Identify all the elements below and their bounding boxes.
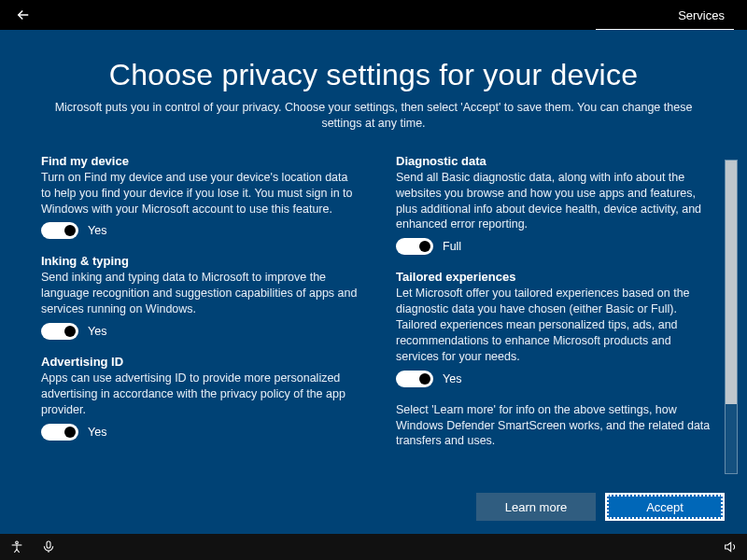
- setting-description: Apps can use advertising ID to provide m…: [41, 371, 359, 418]
- setting-tailored-experiences: Tailored experiences Let Microsoft offer…: [396, 270, 713, 386]
- toggle-label: Yes: [88, 224, 106, 237]
- settings-columns: Find my device Turn on Find my device an…: [41, 154, 725, 480]
- svg-rect-1: [47, 541, 50, 548]
- toggle-advertising-id[interactable]: [41, 424, 78, 441]
- setting-title: Find my device: [41, 154, 359, 168]
- tab-services[interactable]: Services: [669, 0, 734, 30]
- volume-button[interactable]: [723, 539, 738, 554]
- toggle-row: Full: [396, 238, 713, 255]
- toggle-knob-icon: [64, 225, 76, 236]
- toggle-label: Yes: [88, 426, 106, 439]
- toggle-row: Yes: [41, 222, 359, 239]
- settings-learn-more-note: Select 'Learn more' for info on the abov…: [396, 402, 713, 450]
- setting-title: Inking & typing: [41, 254, 359, 268]
- input-button[interactable]: [41, 539, 56, 554]
- content-area: Choose privacy settings for your device …: [0, 30, 747, 534]
- setting-inking-typing: Inking & typing Send inking and typing d…: [41, 254, 359, 340]
- scrollbar-track: [725, 160, 738, 474]
- svg-point-0: [16, 541, 19, 544]
- toggle-row: Yes: [41, 323, 359, 340]
- toggle-knob-icon: [64, 326, 76, 337]
- microphone-icon: [41, 539, 56, 554]
- setting-advertising-id: Advertising ID Apps can use advertising …: [41, 355, 359, 441]
- setting-find-my-device: Find my device Turn on Find my device an…: [41, 154, 359, 240]
- settings-column-right: Diagnostic data Send all Basic diagnosti…: [396, 154, 713, 480]
- settings-column-left: Find my device Turn on Find my device an…: [41, 154, 359, 480]
- oobe-taskbar: [0, 534, 747, 560]
- arrow-left-icon: [15, 7, 32, 23]
- setting-description: Turn on Find my device and use your devi…: [41, 170, 359, 217]
- toggle-row: Yes: [41, 424, 359, 441]
- toggle-label: Yes: [443, 372, 461, 385]
- oobe-privacy-window: Services Choose privacy settings for you…: [0, 0, 747, 560]
- vertical-scrollbar[interactable]: [725, 154, 740, 480]
- settings-scroll-area: Find my device Turn on Find my device an…: [0, 141, 747, 480]
- setting-description: Send all Basic diagnostic data, along wi…: [396, 170, 713, 233]
- toggle-knob-icon: [419, 241, 430, 252]
- toggle-find-my-device[interactable]: [41, 222, 78, 239]
- toggle-tailored-experiences[interactable]: [396, 371, 433, 387]
- learn-more-button[interactable]: Learn more: [476, 493, 596, 521]
- taskbar-left: [9, 539, 56, 554]
- accept-button[interactable]: Accept: [605, 493, 725, 521]
- setting-description: Let Microsoft offer you tailored experie…: [396, 286, 713, 364]
- toggle-label: Full: [443, 240, 461, 253]
- titlebar: Services: [0, 0, 747, 30]
- ease-of-access-button[interactable]: [9, 539, 24, 554]
- setting-title: Diagnostic data: [396, 154, 713, 168]
- ease-of-access-icon: [9, 539, 24, 554]
- volume-icon: [723, 539, 738, 554]
- toggle-inking-typing[interactable]: [41, 323, 78, 340]
- back-button[interactable]: [9, 1, 37, 29]
- toggle-row: Yes: [396, 371, 713, 387]
- toggle-diagnostic-data[interactable]: [396, 238, 433, 255]
- setting-description: Send inking and typing data to Microsoft…: [41, 270, 359, 317]
- setting-diagnostic-data: Diagnostic data Send all Basic diagnosti…: [396, 154, 713, 256]
- setting-title: Tailored experiences: [396, 270, 713, 284]
- setting-title: Advertising ID: [41, 355, 359, 369]
- toggle-knob-icon: [64, 427, 76, 438]
- toggle-label: Yes: [88, 325, 106, 338]
- taskbar-right: [723, 539, 738, 554]
- header: Choose privacy settings for your device …: [0, 30, 747, 141]
- page-title: Choose privacy settings for your device: [37, 58, 710, 92]
- scrollbar-thumb[interactable]: [726, 161, 737, 404]
- toggle-knob-icon: [419, 373, 430, 385]
- footer-buttons: Learn more Accept: [0, 480, 747, 534]
- page-subtitle: Microsoft puts you in control of your pr…: [37, 100, 710, 132]
